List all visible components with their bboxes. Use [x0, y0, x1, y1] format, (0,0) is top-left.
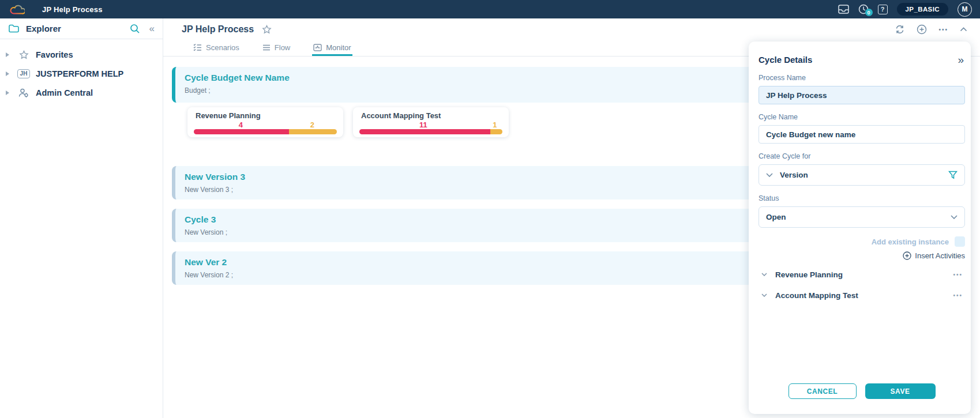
process-header: JP Help Process •••	[163, 18, 980, 40]
expand-arrow-icon[interactable]	[6, 91, 12, 95]
secondary-count: 1	[487, 120, 502, 129]
insert-activities-label: Insert Activities	[915, 251, 965, 260]
expand-arrow-icon[interactable]	[6, 52, 12, 57]
favorite-star-icon[interactable]	[262, 25, 272, 34]
create-cycle-for-select[interactable]: Version	[759, 164, 965, 186]
primary-count: 4	[194, 120, 288, 129]
more-options-icon[interactable]: •••	[938, 27, 948, 33]
main-area: JP Help Process •••	[163, 18, 980, 418]
user-avatar[interactable]: M	[958, 2, 972, 17]
explorer-tree: Favorites JH JUSTPERFORM HELP Admin Cent…	[0, 39, 163, 102]
sidebar-item-label: Favorites	[36, 50, 73, 59]
cycle-details-panel: Cycle Details » Process Name Cycle Name …	[749, 42, 971, 414]
add-existing-instance-row: Add existing instance	[759, 236, 965, 247]
header-toolbar: •••	[895, 24, 967, 35]
app-body: Explorer « Favorites J	[0, 18, 980, 418]
chevron-down-icon[interactable]	[761, 273, 767, 276]
activity-name: Account Mapping Test	[361, 111, 502, 120]
activity-counts: 4 2	[194, 120, 337, 129]
progress-segment-primary	[194, 129, 289, 134]
activity-counts: 11 1	[359, 120, 502, 129]
environment-badge[interactable]: JP_BASIC	[897, 3, 948, 16]
workspace-initials-badge: JH	[16, 69, 31, 78]
status-select[interactable]: Open	[759, 206, 965, 228]
expand-arrow-icon[interactable]	[6, 71, 12, 76]
explorer-sidebar: Explorer « Favorites J	[0, 18, 163, 418]
top-navbar: JP Help Process 0 ? JP_BASIC M	[0, 0, 980, 18]
add-circle-icon[interactable]	[917, 24, 927, 35]
panel-header: Cycle Details »	[759, 54, 965, 65]
process-name-label: Process Name	[759, 74, 965, 82]
status-value: Open	[766, 213, 951, 221]
collapse-panel-icon[interactable]: »	[958, 54, 964, 65]
explorer-header: Explorer «	[0, 18, 163, 39]
plus-circle-icon	[903, 251, 911, 260]
activity-progress-bar	[359, 129, 502, 134]
create-cycle-for-value: Version	[780, 171, 948, 179]
more-options-icon[interactable]: •••	[953, 292, 963, 299]
search-icon[interactable]	[130, 24, 140, 34]
chevron-down-icon	[951, 215, 958, 219]
create-cycle-for-label: Create Cycle for	[759, 152, 965, 160]
notification-badge: 0	[865, 9, 873, 16]
cancel-button[interactable]: CANCEL	[788, 383, 857, 399]
cycle-name-label: Cycle Name	[759, 113, 965, 121]
sidebar-item-label: Admin Central	[36, 88, 93, 97]
process-name-field[interactable]	[759, 86, 965, 104]
more-options-icon[interactable]: •••	[953, 272, 963, 278]
refresh-icon[interactable]	[895, 25, 905, 34]
help-icon[interactable]: ?	[878, 5, 888, 14]
page-title: JP Help Process	[182, 24, 254, 35]
add-existing-instance-label: Add existing instance	[872, 238, 949, 246]
sidebar-item-label: JUSTPERFORM HELP	[36, 69, 123, 78]
sidebar-item-favorites[interactable]: Favorites	[0, 45, 163, 64]
cycle-name-field[interactable]	[759, 125, 965, 144]
navbar-title: JP Help Process	[42, 5, 103, 14]
activity-progress-bar	[194, 129, 337, 134]
sidebar-item-admin-central[interactable]: Admin Central	[0, 83, 163, 102]
tab-monitor[interactable]: Monitor	[312, 40, 352, 56]
progress-segment-secondary	[490, 129, 502, 134]
activity-card-revenue-planning[interactable]: Revenue Planning 4 2	[187, 107, 343, 137]
app-logo-icon[interactable]	[9, 4, 25, 15]
panel-title: Cycle Details	[759, 55, 812, 65]
sidebar-item-justperform-help[interactable]: JH JUSTPERFORM HELP	[0, 64, 163, 83]
status-label: Status	[759, 194, 965, 202]
activity-name: Revenue Planning	[196, 111, 337, 120]
save-button[interactable]: SAVE	[865, 383, 936, 399]
explorer-title: Explorer	[26, 24, 130, 33]
chevron-down-icon	[766, 173, 773, 177]
activity-card-account-mapping-test[interactable]: Account Mapping Test 11 1	[353, 107, 509, 137]
chevron-down-icon[interactable]	[761, 293, 767, 297]
panel-activity-name: Account Mapping Test	[775, 291, 953, 300]
user-gear-icon	[16, 88, 31, 97]
star-icon	[16, 50, 31, 59]
collapse-sidebar-icon[interactable]: «	[149, 24, 155, 33]
filter-icon[interactable]	[948, 171, 958, 179]
primary-count: 11	[359, 120, 487, 129]
progress-segment-secondary	[289, 129, 337, 134]
navbar-actions: 0 ? JP_BASIC M	[838, 2, 972, 17]
panel-buttons: CANCEL SAVE	[759, 383, 965, 404]
recent-activity-clock-icon[interactable]: 0	[858, 4, 869, 14]
secondary-count: 2	[288, 120, 337, 129]
folder-icon	[9, 24, 19, 33]
panel-activity-row-revenue-planning[interactable]: Revenue Planning •••	[759, 268, 965, 281]
add-existing-instance-checkbox[interactable]	[955, 236, 965, 247]
progress-segment-primary	[359, 129, 490, 134]
panel-spacer	[759, 302, 965, 383]
insert-activities-button[interactable]: Insert Activities	[759, 251, 965, 260]
panel-activity-row-account-mapping-test[interactable]: Account Mapping Test •••	[759, 289, 965, 302]
collapse-up-icon[interactable]	[960, 27, 967, 32]
tab-flow[interactable]: Flow	[261, 40, 291, 56]
panel-activity-name: Revenue Planning	[775, 270, 953, 279]
inbox-icon[interactable]	[838, 5, 849, 14]
tab-scenarios[interactable]: Scenarios	[192, 40, 241, 56]
